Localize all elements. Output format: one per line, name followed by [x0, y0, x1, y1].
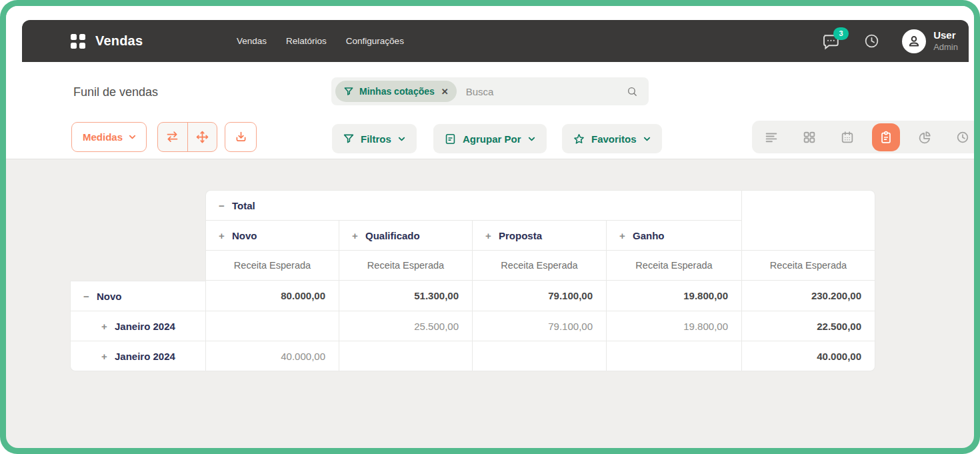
- row-header-label: Novo: [97, 291, 122, 302]
- expand-icon: +: [100, 351, 109, 362]
- filters-button[interactable]: Filtros: [332, 124, 417, 153]
- view-switcher: [752, 121, 974, 153]
- pivot-col-total-header[interactable]: − Total: [205, 190, 741, 221]
- measure-header: Receita Esperada: [741, 251, 875, 281]
- download-xlsx-button[interactable]: [225, 122, 257, 152]
- pivot-view-icon: [879, 130, 893, 145]
- pivot-cell: 22.500,00: [741, 311, 875, 341]
- chevron-down-icon: [397, 135, 406, 143]
- apps-grid-icon[interactable]: [71, 34, 85, 49]
- pivot-cell: [205, 311, 339, 341]
- view-kanban-button[interactable]: [802, 130, 817, 145]
- pivot-cell: 19.800,00: [606, 281, 741, 311]
- pivot-total-column-header: [741, 190, 875, 251]
- view-graph-button[interactable]: [917, 130, 932, 145]
- filter-chip-label: Minhas cotações: [359, 86, 435, 97]
- measures-button[interactable]: Medidas: [71, 122, 147, 152]
- funnel-icon: [343, 133, 355, 145]
- filter-chip-minhas-cotacoes[interactable]: Minhas cotações ✕: [335, 81, 457, 102]
- search-input[interactable]: [465, 85, 627, 98]
- measures-button-label: Medidas: [83, 131, 123, 143]
- pivot-row-header-novo[interactable]: − Novo: [70, 281, 205, 311]
- kanban-view-icon: [802, 130, 817, 145]
- person-icon: [906, 33, 922, 49]
- expand-all-button[interactable]: [188, 123, 217, 151]
- remove-filter-icon[interactable]: ✕: [441, 87, 449, 97]
- screenshot-frame: Vendas Vendas Relatórios Configurações 3: [0, 0, 980, 454]
- view-list-button[interactable]: [764, 130, 779, 145]
- top-navbar: Vendas Vendas Relatórios Configurações 3: [22, 20, 969, 62]
- pivot-col-header-qualificado[interactable]: + Qualificado: [339, 221, 472, 251]
- group-by-button[interactable]: Agrupar Por: [433, 124, 547, 153]
- pivot-col-header-proposta[interactable]: + Proposta: [472, 221, 606, 251]
- list-view-icon: [764, 130, 779, 145]
- pivot-cell: [606, 341, 741, 371]
- pivot-cell: 40.000,00: [741, 341, 875, 371]
- view-calendar-button[interactable]: [840, 130, 855, 145]
- user-name: User: [933, 29, 958, 42]
- main-menu: Vendas Relatórios Configurações: [237, 36, 404, 46]
- group-by-button-label: Agrupar Por: [463, 133, 521, 145]
- total-header-label: Total: [232, 200, 255, 211]
- flip-axes-button[interactable]: [158, 123, 188, 151]
- expand-icon: +: [618, 230, 627, 241]
- expand-icon: +: [484, 230, 493, 241]
- collapse-icon: −: [82, 291, 91, 302]
- funnel-icon: [343, 86, 354, 97]
- expand-icon: +: [217, 230, 226, 241]
- pivot-cell: 51.300,00: [339, 281, 472, 311]
- pivot-cell: 230.200,00: [741, 281, 875, 311]
- chevron-down-icon: [527, 135, 536, 143]
- clock-icon: [955, 130, 970, 145]
- pivot-flip-expand-group: [157, 122, 217, 152]
- pivot-col-header-ganho[interactable]: + Ganho: [606, 221, 741, 251]
- expand-icon: +: [351, 230, 359, 241]
- pivot-row-header-janeiro-2024[interactable]: + Janeiro 2024: [70, 311, 205, 341]
- page-title: Funil de vendas: [73, 85, 158, 99]
- search-icon[interactable]: [627, 86, 638, 97]
- pie-chart-icon: [917, 130, 932, 145]
- pivot-cell: 79.100,00: [472, 281, 606, 311]
- pivot-cell: 79.100,00: [472, 311, 606, 341]
- star-icon: [573, 133, 585, 145]
- navbar-right: 3 User Admin: [821, 29, 958, 53]
- row-header-label: Janeiro 2024: [115, 321, 175, 332]
- favorites-button-label: Favoritos: [591, 133, 637, 145]
- col-header-label: Novo: [232, 230, 257, 241]
- menu-item-relatorios[interactable]: Relatórios: [286, 36, 327, 46]
- chevron-down-icon: [128, 133, 137, 141]
- search-bar[interactable]: Minhas cotações ✕: [331, 77, 649, 105]
- clock-icon: [863, 33, 880, 49]
- user-menu[interactable]: User Admin: [902, 29, 958, 53]
- menu-item-configuracoes[interactable]: Configurações: [346, 36, 404, 46]
- swap-arrows-icon: [165, 130, 179, 144]
- pivot-col-header-novo[interactable]: + Novo: [205, 221, 339, 251]
- view-activity-button[interactable]: [955, 130, 970, 145]
- calendar-view-icon: [840, 130, 855, 145]
- notification-badge: 3: [833, 27, 849, 40]
- app-title: Vendas: [95, 33, 143, 49]
- group-document-icon: [444, 133, 457, 145]
- measure-header: Receita Esperada: [606, 251, 741, 281]
- collapse-icon: −: [217, 200, 226, 211]
- activity-clock-button[interactable]: [863, 33, 880, 49]
- chevron-down-icon: [643, 135, 651, 143]
- pivot-cell: [472, 341, 606, 371]
- measure-header: Receita Esperada: [472, 251, 606, 281]
- pivot-cell: [339, 341, 472, 371]
- avatar: [902, 29, 926, 53]
- pivot-table: − Total + Novo + Qualificado + Proposta …: [70, 190, 875, 371]
- favorites-button[interactable]: Favoritos: [562, 124, 662, 153]
- messages-button[interactable]: 3: [821, 32, 841, 51]
- measure-header: Receita Esperada: [205, 251, 339, 281]
- pivot-cell: 19.800,00: [606, 311, 741, 341]
- col-header-label: Qualificado: [365, 230, 420, 241]
- pivot-row-header-janeiro-2024[interactable]: + Janeiro 2024: [70, 341, 205, 371]
- col-header-label: Ganho: [633, 230, 665, 241]
- col-header-label: Proposta: [499, 230, 542, 241]
- measure-header: Receita Esperada: [339, 251, 472, 281]
- user-role: Admin: [933, 42, 958, 53]
- view-pivot-button[interactable]: [872, 123, 900, 151]
- row-header-label: Janeiro 2024: [115, 351, 175, 362]
- menu-item-vendas[interactable]: Vendas: [237, 36, 267, 46]
